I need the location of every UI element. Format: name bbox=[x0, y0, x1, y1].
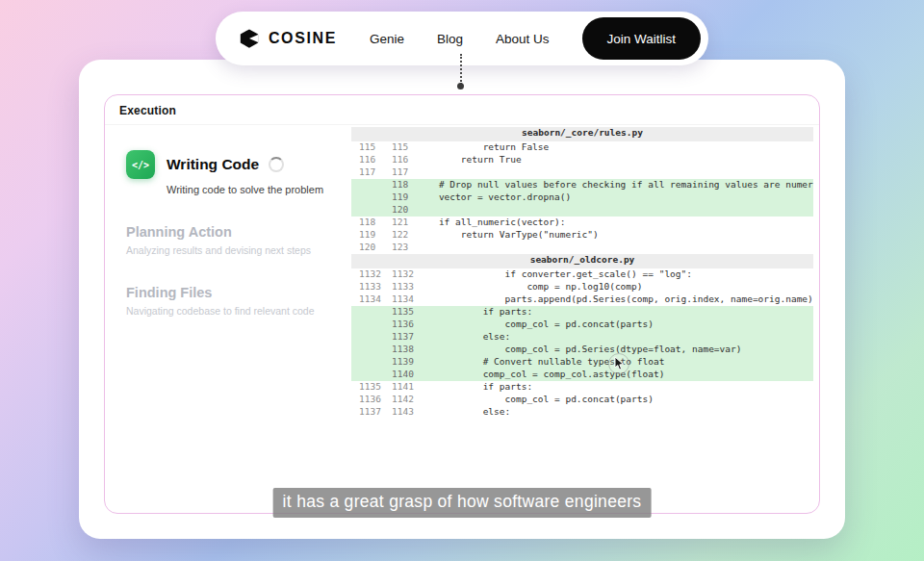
line-number-old bbox=[351, 369, 384, 381]
code-line: 118 121 if all_numeric(vector): bbox=[351, 217, 813, 229]
line-number-old bbox=[351, 179, 384, 191]
nav-link-genie[interactable]: Genie bbox=[370, 32, 404, 46]
step-header: Finding Files bbox=[126, 285, 342, 300]
line-number-old: 1135 bbox=[351, 381, 384, 394]
line-number-new: 1140 bbox=[384, 369, 417, 381]
line-number-new: 1134 bbox=[384, 293, 417, 306]
step-title: Writing Code bbox=[167, 156, 259, 173]
file-name: seaborn/_oldcore.py bbox=[530, 254, 635, 265]
brand-name: COSINE bbox=[269, 30, 337, 47]
code-viewer[interactable]: seaborn/_core/rules.py 115 115 return Fa… bbox=[351, 125, 819, 513]
code-line: 1139 # Convert nullable types to float bbox=[351, 356, 813, 369]
step-subtitle: Writing code to solve the problem bbox=[167, 184, 342, 195]
step-title: Planning Action bbox=[126, 224, 232, 240]
line-number-new: 1132 bbox=[384, 268, 417, 281]
line-number-new: 115 bbox=[384, 141, 417, 154]
code-text: else: bbox=[417, 406, 813, 419]
line-number-old: 116 bbox=[351, 154, 384, 166]
steps-list: </> Writing Code Writing code to solve t… bbox=[105, 125, 351, 513]
connector-dot bbox=[457, 83, 464, 89]
cosine-logo-icon bbox=[239, 28, 260, 49]
code-text: return False bbox=[417, 141, 813, 154]
file-header: seaborn/_oldcore.py bbox=[351, 254, 813, 268]
line-number-old: 119 bbox=[351, 229, 384, 242]
line-number-new: 1137 bbox=[384, 331, 417, 344]
file-header: seaborn/_core/rules.py bbox=[351, 127, 813, 141]
line-number-old: 115 bbox=[351, 141, 384, 154]
line-number-new: 118 bbox=[384, 179, 417, 191]
line-number-new: 120 bbox=[384, 204, 417, 217]
code-line: 1135 1141 if parts: bbox=[351, 381, 813, 394]
line-number-old bbox=[351, 344, 384, 356]
code-text bbox=[417, 242, 813, 254]
line-number-old: 117 bbox=[351, 166, 384, 179]
code-line: 117 117 bbox=[351, 166, 813, 179]
main-card: Execution </> Writing Code Writing code … bbox=[79, 60, 845, 539]
line-number-new: 1138 bbox=[384, 344, 417, 356]
line-number-new: 1135 bbox=[384, 306, 417, 319]
code-line: 1135 if parts: bbox=[351, 306, 813, 319]
code-line: 116 116 return True bbox=[351, 154, 813, 166]
code-text: if parts: bbox=[417, 381, 813, 394]
line-number-new: 123 bbox=[384, 242, 417, 254]
line-number-old: 1132 bbox=[351, 268, 384, 281]
line-number-old bbox=[351, 331, 384, 344]
agent-step: Finding Files Navigating codebase to fin… bbox=[126, 285, 342, 317]
panel-title: Execution bbox=[105, 95, 819, 125]
line-number-old bbox=[351, 319, 384, 331]
line-number-old: 1134 bbox=[351, 293, 384, 306]
nav-link-about-us[interactable]: About Us bbox=[496, 32, 550, 46]
line-number-old bbox=[351, 306, 384, 319]
code-text: comp_col = pd.concat(parts) bbox=[417, 319, 813, 331]
file-lines: 1132 1132 if converter.get_scale() == "l… bbox=[351, 268, 813, 419]
line-number-new: 122 bbox=[384, 229, 417, 242]
code-text bbox=[417, 204, 813, 217]
code-text: # Drop null values before checking if al… bbox=[417, 179, 813, 191]
line-number-new: 1142 bbox=[384, 394, 417, 406]
code-text bbox=[417, 166, 813, 179]
diff-file: seaborn/_core/rules.py 115 115 return Fa… bbox=[351, 127, 813, 254]
line-number-new: 121 bbox=[384, 217, 417, 229]
line-number-new: 116 bbox=[384, 154, 417, 166]
code-line: 1136 1142 comp_col = pd.concat(parts) bbox=[351, 394, 813, 406]
diff-file: seaborn/_oldcore.py 1132 1132 if convert… bbox=[351, 254, 813, 419]
mouse-cursor-icon bbox=[612, 356, 626, 375]
code-text: if parts: bbox=[417, 306, 813, 319]
line-number-old bbox=[351, 191, 384, 204]
code-text: comp_col = pd.concat(parts) bbox=[417, 394, 813, 406]
step-header: </> Writing Code bbox=[126, 150, 342, 179]
line-number-new: 117 bbox=[384, 166, 417, 179]
code-line: 119 vector = vector.dropna() bbox=[351, 191, 813, 204]
step-title: Finding Files bbox=[126, 285, 212, 300]
nav-link-blog[interactable]: Blog bbox=[437, 32, 463, 46]
file-name: seaborn/_core/rules.py bbox=[522, 127, 643, 138]
join-waitlist-button[interactable]: Join Waitlist bbox=[582, 17, 702, 60]
execution-panel: Execution </> Writing Code Writing code … bbox=[104, 94, 820, 514]
code-line: 115 115 return False bbox=[351, 141, 813, 154]
connector-dashed-line bbox=[460, 54, 462, 85]
loading-spinner-icon bbox=[269, 157, 284, 172]
line-number-new: 119 bbox=[384, 191, 417, 204]
line-number-old: 1133 bbox=[351, 281, 384, 293]
brand[interactable]: COSINE bbox=[239, 28, 337, 49]
line-number-old bbox=[351, 204, 384, 217]
code-line: 1132 1132 if converter.get_scale() == "l… bbox=[351, 268, 813, 281]
code-text: if converter.get_scale() == "log": bbox=[417, 268, 813, 281]
code-text: return True bbox=[417, 154, 813, 166]
code-icon: </> bbox=[126, 150, 155, 179]
line-number-new: 1143 bbox=[384, 406, 417, 419]
caption-bar: it has a great grasp of how software eng… bbox=[273, 488, 652, 518]
code-line: 120 123 bbox=[351, 242, 813, 254]
code-line: 1134 1134 parts.append(pd.Series(comp, o… bbox=[351, 293, 813, 306]
code-line: 1138 comp_col = pd.Series(dtype=float, n… bbox=[351, 344, 813, 356]
code-line: 1133 1133 comp = np.log10(comp) bbox=[351, 281, 813, 293]
code-text: if all_numeric(vector): bbox=[417, 217, 813, 229]
code-text: vector = vector.dropna() bbox=[417, 191, 813, 204]
code-text: return VarType("numeric") bbox=[417, 229, 813, 242]
code-line: 1140 comp_col = comp_col.astype(float) bbox=[351, 369, 813, 381]
code-text: comp = np.log10(comp) bbox=[417, 281, 813, 293]
code-line: 120 bbox=[351, 204, 813, 217]
line-number-new: 1136 bbox=[384, 319, 417, 331]
line-number-new: 1141 bbox=[384, 381, 417, 394]
code-text: parts.append(pd.Series(comp, orig.index,… bbox=[417, 293, 813, 306]
